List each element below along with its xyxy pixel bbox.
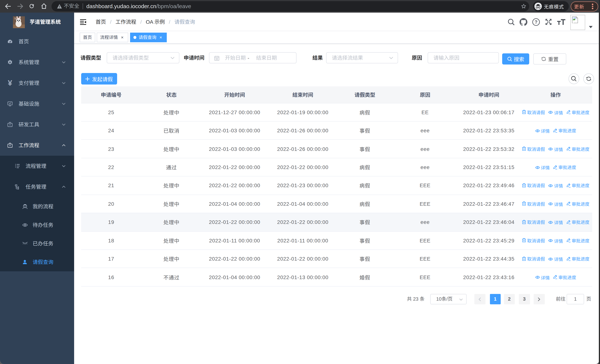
svg-text:?: ?: [534, 19, 537, 24]
